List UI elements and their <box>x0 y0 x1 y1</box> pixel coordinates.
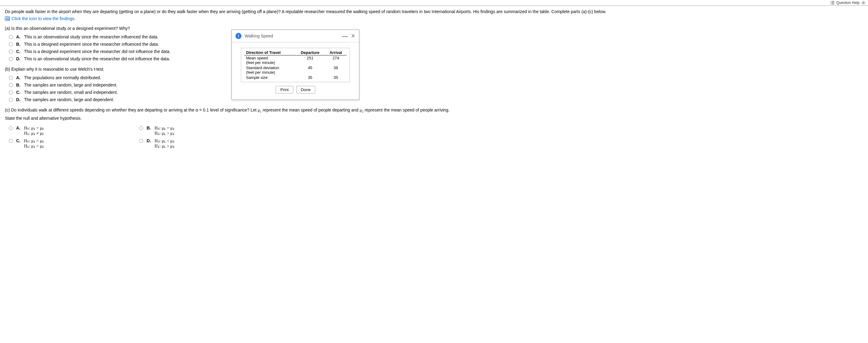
col-direction: Direction of Travel <box>244 50 295 56</box>
radio-b-C[interactable] <box>9 91 13 94</box>
topbar: Question Help <box>0 0 868 6</box>
choice-letter: B. <box>16 42 22 46</box>
choice-letter: C. <box>16 138 22 143</box>
radio-a-A[interactable] <box>9 35 13 39</box>
svg-rect-0 <box>831 1 831 2</box>
choice-c-C[interactable]: C. H₀: μ₁ = μ₂ H₁: μ₁ < μ₂ <box>5 137 44 150</box>
choice-letter: D. <box>16 97 22 102</box>
help-label[interactable]: Question Help <box>836 1 860 5</box>
choice-letter: B. <box>16 83 22 87</box>
choice-b-C[interactable]: C. The samples are random, small and ind… <box>5 89 863 96</box>
sd-departure: 45 <box>295 65 325 75</box>
radio-a-C[interactable] <box>9 50 13 54</box>
mean-departure: 251 <box>295 56 325 65</box>
question-a: (a) Is this an observational study or a … <box>5 26 863 62</box>
choice-c-D[interactable]: D. H₀: μ₁ < μ₂ H₁: μ₁ > μ₂ <box>135 137 174 150</box>
findings-table: Direction of Travel Departure Arrival Me… <box>241 48 350 82</box>
choice-letter: D. <box>147 138 152 143</box>
choice-letter: C. <box>16 90 22 95</box>
radio-b-A[interactable] <box>9 76 13 80</box>
mean-arrival: 274 <box>325 56 347 65</box>
choice-letter: C. <box>16 49 22 54</box>
view-findings-label: Click the icon to view the findings. <box>11 16 75 21</box>
choice-letter: A. <box>16 75 22 80</box>
findings-popup: i Walking Speed — ✕ Direction of Travel … <box>231 30 360 100</box>
choice-text: H₀: μ₁ < μ₂ H₁: μ₁ > μ₂ <box>154 138 174 149</box>
radio-c-C[interactable] <box>9 139 13 143</box>
radio-c-B[interactable] <box>139 126 143 130</box>
table-icon <box>5 17 10 21</box>
radio-a-B[interactable] <box>9 42 13 46</box>
radio-b-D[interactable] <box>9 98 13 102</box>
choice-a-A[interactable]: A. This is an observational study since … <box>5 33 863 40</box>
svg-rect-1 <box>832 1 834 2</box>
svg-point-6 <box>863 2 864 3</box>
view-findings-link[interactable]: Click the icon to view the findings. <box>5 16 75 21</box>
question-a-prompt: (a) Is this an observational study or a … <box>5 26 863 31</box>
svg-rect-3 <box>832 2 834 3</box>
size-departure: 35 <box>295 75 325 80</box>
popup-body: Direction of Travel Departure Arrival Me… <box>232 42 359 100</box>
choice-text: The populations are normally distributed… <box>24 75 101 80</box>
choice-text: H₀: μ₁ = μ₂ H₁: μ₁ > μ₂ <box>154 125 174 136</box>
choice-b-D[interactable]: D. The samples are random, large and dep… <box>5 96 863 103</box>
choice-letter: B. <box>147 125 152 130</box>
choice-letter: D. <box>16 56 22 61</box>
svg-rect-2 <box>831 2 831 3</box>
col-arrival: Arrival <box>325 50 347 56</box>
radio-c-D[interactable] <box>139 139 143 143</box>
gear-icon[interactable] <box>861 1 866 5</box>
choice-text: H₀: μ₁ = μ₂ H₁: μ₁ ≠ μ₂ <box>24 125 44 136</box>
svg-rect-4 <box>831 4 831 5</box>
choice-text: This is a designed experiment since the … <box>24 49 170 54</box>
radio-b-B[interactable] <box>9 83 13 87</box>
choice-text: The samples are random, large and indepe… <box>24 83 118 87</box>
list-icon <box>830 1 835 5</box>
popup-title: Walking Speed <box>245 33 339 38</box>
print-button[interactable]: Print <box>276 86 293 94</box>
choice-letter: A. <box>16 34 22 39</box>
choice-b-A[interactable]: A. The populations are normally distribu… <box>5 74 863 81</box>
choice-text: This is a designed experiment since the … <box>24 42 159 46</box>
question-intro: Do people walk faster in the airport whe… <box>5 9 863 14</box>
svg-rect-5 <box>832 4 834 5</box>
done-button[interactable]: Done <box>296 86 315 94</box>
choice-text: The samples are random, small and indepe… <box>24 90 118 95</box>
size-arrival: 35 <box>325 75 347 80</box>
choice-text: This is an observational study since the… <box>24 34 158 39</box>
choice-text: H₀: μ₁ = μ₂ H₁: μ₁ < μ₂ <box>24 138 44 149</box>
question-c-prompt: (c) Do individuals walk at different spe… <box>5 107 863 113</box>
choice-letter: A. <box>16 125 22 130</box>
choice-a-C[interactable]: C. This is a designed experiment since t… <box>5 48 863 55</box>
choice-c-A[interactable]: A. H₀: μ₁ = μ₂ H₁: μ₁ ≠ μ₂ <box>5 124 44 137</box>
popup-header: i Walking Speed — ✕ <box>232 30 359 42</box>
minimize-button[interactable]: — <box>342 33 348 39</box>
state-hypothesis-label: State the null and alternative hypothesi… <box>5 116 863 121</box>
choice-a-B[interactable]: B. This is a designed experiment since t… <box>5 40 863 48</box>
radio-c-A[interactable] <box>9 126 13 130</box>
row-sd-label: Standard deviation (feet per minute) <box>244 65 295 75</box>
info-icon: i <box>236 33 242 39</box>
choice-b-B[interactable]: B. The samples are random, large and ind… <box>5 81 863 89</box>
col-departure: Departure <box>295 50 325 56</box>
question-b: (b) Explain why it is reasonable to use … <box>5 67 863 103</box>
choice-text: The samples are random, large and depend… <box>24 97 114 102</box>
question-c: (c) Do individuals walk at different spe… <box>5 107 863 150</box>
radio-a-D[interactable] <box>9 57 13 61</box>
close-button[interactable]: ✕ <box>351 33 355 39</box>
choice-c-B[interactable]: B. H₀: μ₁ = μ₂ H₁: μ₁ > μ₂ <box>135 124 174 137</box>
sd-arrival: 38 <box>325 65 347 75</box>
choice-text: This is an observational study since the… <box>24 56 170 61</box>
question-b-prompt: (b) Explain why it is reasonable to use … <box>5 67 863 71</box>
choice-a-D[interactable]: D. This is an observational study since … <box>5 55 863 62</box>
row-mean-label: Mean speed (feet per minute) <box>244 56 295 65</box>
row-size-label: Sample size <box>244 75 295 80</box>
